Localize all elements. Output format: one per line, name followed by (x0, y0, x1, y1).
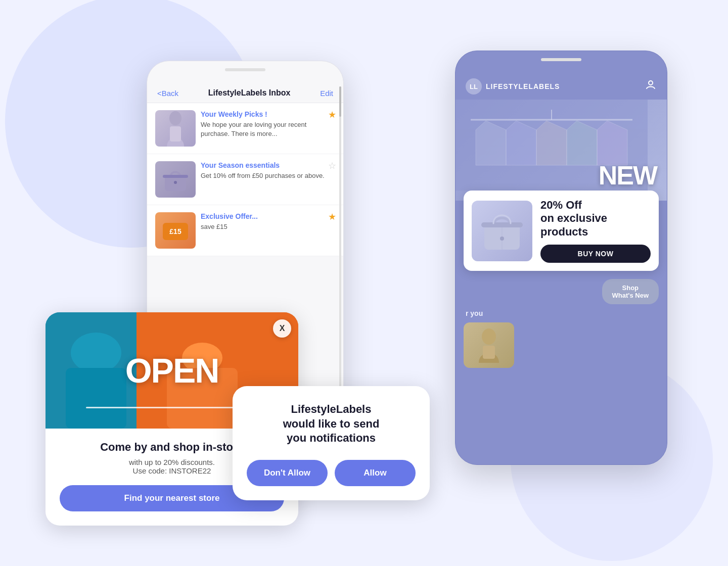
svg-text:£15: £15 (169, 227, 181, 235)
app-banner: NEW (456, 100, 667, 201)
user-icon[interactable] (645, 79, 657, 94)
inbox-back-button[interactable]: <Back (157, 89, 178, 98)
svg-rect-1 (170, 126, 181, 142)
star-icon[interactable]: ☆ (328, 160, 336, 171)
inbox-item-subject: Exclusive Offer... (201, 212, 335, 220)
app-logo-icon: LL (466, 78, 482, 95)
inbox-item[interactable]: Your Season essentials Get 10% off from … (147, 154, 343, 205)
inbox-item[interactable]: £15 Exclusive Offer... save £15 ★ (147, 205, 343, 256)
app-header: LL LIFESTYLELABELS (456, 71, 667, 100)
inbox-item-content: Your Season essentials Get 10% off from … (201, 161, 335, 180)
phone-app-screen: LL LIFESTYLELABELS (456, 71, 667, 464)
scrollbar[interactable] (339, 86, 341, 429)
scrollbar-thumb (339, 86, 341, 117)
app-bottom: ShopWhat's New r you (456, 271, 667, 376)
app-product-image (472, 201, 532, 261)
svg-point-7 (649, 81, 653, 85)
inbox-item-image: £15 (155, 212, 196, 249)
for-you-item[interactable] (464, 322, 514, 368)
star-icon[interactable]: ★ (328, 211, 336, 222)
notif-dialog-title: LifestyleLabelswould like to sendyou not… (247, 402, 416, 446)
dont-allow-button[interactable]: Don't Allow (247, 460, 328, 486)
svg-rect-12 (481, 222, 523, 227)
inbox-title: LifestyleLabels Inbox (208, 88, 291, 98)
notif-dialog-buttons: Don't Allow Allow (247, 460, 416, 486)
app-for-you-items (464, 322, 659, 368)
svg-rect-3 (163, 175, 188, 178)
push-subtitle-line2: Use code: INSTORE22 (133, 466, 211, 475)
svg-rect-16 (483, 346, 495, 359)
inbox-item-body: We hope your are loving your recent purc… (201, 120, 335, 138)
phone-app: LL LIFESTYLELABELS (455, 51, 667, 465)
inbox-item-subject: Your Season essentials (201, 161, 335, 169)
notification-permission-dialog: LifestyleLabelswould like to sendyou not… (233, 386, 430, 500)
svg-point-0 (169, 111, 181, 125)
inbox-edit-button[interactable]: Edit (320, 89, 333, 98)
app-for-you-label: r you (464, 309, 659, 317)
inbox-header: <Back LifestyleLabels Inbox Edit (147, 81, 343, 103)
inbox-item-image (155, 110, 196, 147)
inbox-item-subject: Your Weekly Picks ! (201, 110, 335, 118)
star-icon[interactable]: ★ (328, 109, 336, 120)
app-logo: LL LIFESTYLELABELS (466, 78, 560, 95)
scene: <Back LifestyleLabels Inbox Edit (46, 35, 682, 531)
inbox-item-content: Exclusive Offer... save £15 (201, 212, 335, 231)
inbox-item-body: Get 10% off from £50 purchases or above. (201, 171, 335, 180)
shop-whats-new-button[interactable]: ShopWhat's New (602, 279, 659, 304)
svg-point-21 (71, 333, 121, 373)
app-new-badge: NEW (599, 160, 657, 191)
push-subtitle-line1: with up to 20% discounts. (129, 458, 215, 466)
app-product-info: 20% Offon exclusiveproducts BUY NOW (540, 199, 651, 263)
push-close-button[interactable]: X (273, 319, 291, 338)
push-open-text: OPEN (125, 351, 219, 390)
push-open-underline (86, 407, 258, 408)
app-discount-text: 20% Offon exclusiveproducts (540, 199, 651, 239)
app-product-card: 20% Offon exclusiveproducts BUY NOW (464, 191, 659, 271)
svg-point-4 (174, 181, 177, 184)
inbox-item[interactable]: Your Weekly Picks ! We hope your are lov… (147, 103, 343, 154)
svg-point-14 (500, 237, 504, 241)
app-logo-text: LIFESTYLELABELS (486, 82, 560, 90)
inbox-item-image (155, 161, 196, 198)
buy-now-button[interactable]: BUY NOW (540, 245, 651, 263)
svg-point-15 (482, 328, 496, 345)
svg-rect-22 (66, 368, 126, 429)
inbox-item-body: save £15 (201, 222, 335, 231)
allow-button[interactable]: Allow (335, 460, 416, 486)
inbox-list: Your Weekly Picks ! We hope your are lov… (147, 103, 343, 256)
inbox-item-content: Your Weekly Picks ! We hope your are lov… (201, 110, 335, 138)
